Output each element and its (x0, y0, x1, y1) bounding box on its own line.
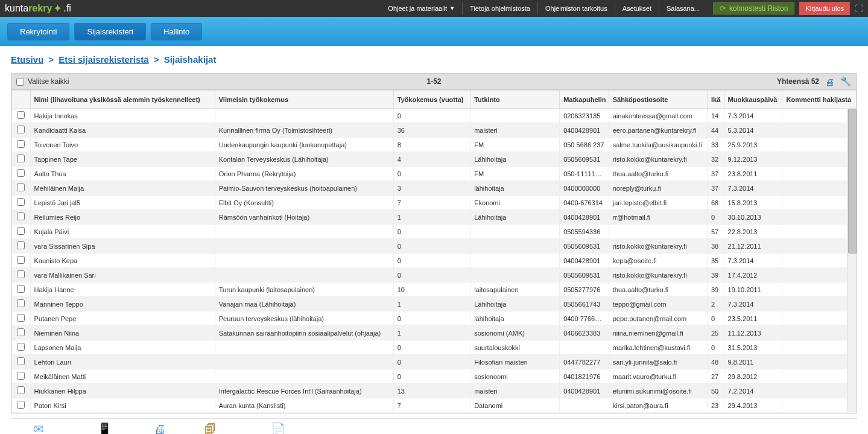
cell-phone: 0400428901 (560, 254, 609, 268)
col-comment[interactable]: Kommentti hakijasta (782, 91, 857, 109)
row-checkbox[interactable] (17, 270, 25, 278)
cell-date: 23.8.2011 (724, 167, 782, 181)
row-checkbox[interactable] (17, 227, 25, 235)
row-checkbox[interactable] (17, 198, 25, 206)
row-checkbox[interactable] (17, 372, 25, 380)
table-row[interactable]: Manninen TeppoVanajan maa (Lähihoitaja)1… (12, 297, 857, 311)
row-checkbox[interactable] (17, 343, 25, 351)
table-row[interactable]: Meikäläinen Matti0sosionoomi0401821976ma… (12, 369, 857, 384)
logout-button[interactable]: Kirjaudu ulos (799, 2, 850, 15)
cell-years: 10 (393, 282, 470, 297)
col-email[interactable]: Sähköpostiosoite (609, 91, 707, 109)
row-checkbox[interactable] (17, 169, 25, 177)
cell-years: 0 (393, 311, 470, 326)
row-checkbox[interactable] (17, 314, 25, 322)
print-icon[interactable]: 🖨 (825, 77, 834, 87)
cell-email: kirsi.paton@aura.fi (609, 398, 707, 413)
cell-date: 25.9.2013 (724, 138, 782, 152)
cell-comment (782, 239, 857, 254)
row-checkbox[interactable] (17, 126, 25, 133)
cell-exp: Vanajan maa (Lähihoitaja) (215, 297, 393, 311)
col-exp[interactable]: Viimeisin työkokemus (215, 91, 393, 109)
table-row[interactable]: Mehiläinen MaijaPaimio-Sauvon terveyskes… (12, 181, 857, 196)
cell-exp (215, 340, 393, 355)
send-sms-button[interactable]: 📱 Lähetä tekstiviesti (78, 423, 131, 434)
table-row[interactable]: Lehtori Lauri0Filosofian maisteri0447782… (12, 355, 857, 369)
row-checkbox[interactable] (17, 285, 25, 293)
table-row[interactable]: Kujala Päivi005055943365722.8.2013 (12, 225, 857, 239)
row-checkbox[interactable] (17, 357, 25, 365)
cell-name: Manninen Teppo (30, 297, 215, 311)
table-row[interactable]: Hakija Innokas00206323135ainakohteessa@g… (12, 109, 857, 123)
table-row[interactable]: Toivonen ToivoUudenkaupungin kaupunki (l… (12, 138, 857, 152)
table-row[interactable]: Kaunisto Kepa00400428901kepa@osoite.fi35… (12, 254, 857, 268)
cell-comment (782, 268, 857, 282)
cell-date: 29.8.2012 (724, 369, 782, 384)
row-checkbox[interactable] (17, 386, 25, 394)
row-checkbox[interactable] (17, 328, 25, 336)
user-box[interactable]: ⟳ kolmostesti Riston (713, 2, 794, 14)
table-row[interactable]: Tappinen TapeKontalan Terveyskeskus (Läh… (12, 152, 857, 167)
breadcrumb-home[interactable]: Etusivu (11, 54, 43, 65)
select-all[interactable]: Valitse kaikki (16, 77, 69, 86)
cell-phone (560, 340, 609, 355)
col-name[interactable]: Nimi (lihavoituna yksikössä aiemmin työs… (30, 91, 215, 109)
cell-comment (782, 210, 857, 225)
row-checkbox[interactable] (17, 299, 25, 307)
tab-rekrytointi[interactable]: Rekrytointi (7, 23, 69, 40)
table-row[interactable]: Putanen PepePeuruun terveyskeskus (lähih… (12, 311, 857, 326)
cell-years: 36 (393, 123, 470, 138)
row-checkbox[interactable] (17, 111, 25, 119)
row-checkbox[interactable] (17, 241, 25, 249)
table-row[interactable]: Kandidaatti KaisaKunnallinen firma Oy (T… (12, 123, 857, 138)
row-checkbox[interactable] (17, 155, 25, 162)
table-row[interactable]: Lepistö Jari jal5Elbit Oy (Konsultti)7Ek… (12, 196, 857, 210)
cell-email: kepa@osoite.fi (609, 254, 707, 268)
col-age[interactable]: Ikä (708, 91, 724, 109)
table-row[interactable]: Paton KirsiAuran kunta (Kanslisti)7Datan… (12, 398, 857, 413)
row-checkbox[interactable] (17, 183, 25, 191)
password-link[interactable]: Salasana... (659, 2, 707, 15)
cell-years: 4 (393, 152, 470, 167)
settings-link[interactable]: Asetukset (615, 2, 659, 15)
cell-age: 39 (708, 282, 724, 297)
cell-name: Hiukkanen Hilppa (30, 384, 215, 398)
row-checkbox[interactable] (17, 140, 25, 148)
cell-name: Hakija Innokas (30, 109, 215, 123)
select-all-checkbox[interactable] (16, 78, 24, 86)
row-checkbox[interactable] (17, 212, 25, 220)
table-row[interactable]: Hakija HanneTurun kaupunki (laitosapulai… (12, 282, 857, 297)
col-date[interactable]: Muokkauspäivä (724, 91, 782, 109)
cell-comment (782, 152, 857, 167)
application-details-button[interactable]: 📄 Hakemuksen tiedot (250, 423, 307, 434)
table-row[interactable]: vara Sissarinen Sipa00505609531risto.kok… (12, 239, 857, 254)
logo[interactable]: kuntarekry✦.fi (5, 2, 71, 15)
cell-name: vara Mallikainen Sari (30, 268, 215, 282)
col-years[interactable]: Työkokemus (vuotta) (393, 91, 470, 109)
doc-templates-button[interactable]: 🗐 Asiakirjapohjat (189, 423, 232, 434)
purpose-link[interactable]: Ohjelmiston tarkoitus (537, 2, 615, 15)
table-row[interactable]: Reilumies ReijoRämsöön vanhainkoti (Hoit… (12, 210, 857, 225)
col-degree[interactable]: Tutkinto (470, 91, 560, 109)
row-checkbox[interactable] (17, 256, 25, 264)
table-row[interactable]: Nieminen NiinaSatakunnan sairaanhoitopii… (12, 326, 857, 340)
table-row[interactable]: Lapsonen Maija0suurtalouskokkimarika.leh… (12, 340, 857, 355)
breadcrumb-search[interactable]: Etsi sijaisrekisteristä (59, 54, 148, 65)
scrollbar[interactable] (847, 108, 857, 413)
table-row[interactable]: Aalto ThuaOrion Pharma (Rekrytoija)0FM05… (12, 167, 857, 181)
print-button[interactable]: 🖨 Tulosta (150, 423, 171, 434)
help-link[interactable]: Ohjeet ja materiaalit▼ (381, 2, 462, 15)
breadcrumb: Etusivu > Etsi sijaisrekisteristä > Sija… (0, 46, 868, 73)
about-link[interactable]: Tietoja ohjelmistosta (462, 2, 537, 15)
table-row[interactable]: Hiukkanen HilppaIntergalactic Rescue For… (12, 384, 857, 398)
tab-sijaisrekisteri[interactable]: Sijaisrekisteri (74, 23, 146, 40)
cell-degree: Datanomi (470, 398, 560, 413)
expand-icon[interactable]: ⛶ (855, 4, 863, 13)
scroll-thumb[interactable] (848, 109, 857, 254)
row-checkbox[interactable] (17, 401, 25, 409)
gear-icon[interactable]: 🔧 (840, 76, 852, 87)
col-phone[interactable]: Matkapuhelin (560, 91, 609, 109)
send-message-button[interactable]: ✉ Lähetä viesti(t) (17, 423, 60, 434)
tab-hallinto[interactable]: Hallinto (151, 23, 202, 40)
table-row[interactable]: vara Mallikainen Sari00505609531risto.ko… (12, 268, 857, 282)
